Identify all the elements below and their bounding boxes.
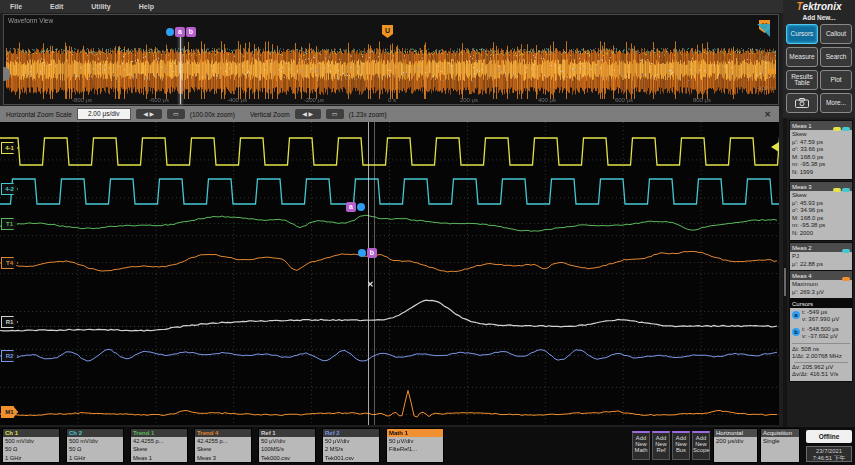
cursor-b-time: t: -548.500 μs <box>802 326 839 333</box>
delta-line: 1/Δt: 2.00768 MHz <box>792 353 850 361</box>
trend1-badge[interactable]: Trend 1 42.4255 p... Skew Meas 1 <box>130 428 188 463</box>
cursor-b-line[interactable] <box>374 122 375 425</box>
h-zoom-arrows-button[interactable]: ◀ ▶ <box>136 109 162 119</box>
cursor-b-chip[interactable]: b <box>186 27 196 37</box>
axis-tick-label: -200 μs <box>304 97 324 103</box>
axis-tick-label: -800 μs <box>72 97 92 103</box>
badge-line: 42.4255 p... <box>195 437 251 445</box>
delta-line: Δv: 205.962 μV <box>792 364 850 372</box>
search-button[interactable]: Search <box>820 47 852 67</box>
badge-line: 500 mV/div <box>67 437 123 445</box>
ch2-badge[interactable]: Ch 2 500 mV/div 50 Ω 1 GHz <box>66 428 124 463</box>
add-new-scope-button[interactable]: Add New Scope <box>692 431 710 460</box>
overview-title: Waveform View <box>8 17 53 24</box>
trigger-level-arrow-icon[interactable] <box>771 142 779 152</box>
plot-button[interactable]: Plot <box>820 70 852 90</box>
cursor-a-line[interactable] <box>368 122 369 425</box>
axis-tick-label: -400 μs <box>227 97 247 103</box>
badge-line: 50 μV/div <box>387 437 443 445</box>
main-cursor-a-chips[interactable]: a <box>346 202 365 212</box>
badge-line: 50 Ω <box>67 445 123 453</box>
main-cursor-b-chips[interactable]: b <box>358 248 377 258</box>
acquisition-badge[interactable]: Acquisition Single <box>760 428 800 463</box>
delta-line: Δv/Δt: 416.51 V/s <box>792 371 850 379</box>
results-scrollbar[interactable] <box>783 118 787 427</box>
v-zoom-reset-button[interactable]: ▭ <box>326 109 344 119</box>
meas-line: N: 1999 <box>792 169 850 177</box>
trend1-badge-title: Trend 1 <box>131 429 187 437</box>
cursors-badge[interactable]: Cursors a t: -549 μs v: 367.990 μV b t: … <box>789 298 853 382</box>
meas3-badge[interactable]: Meas 3 Skew μ': 45.93 ps σ': 34.96 ps M:… <box>789 181 853 241</box>
meas1-title: Meas 1 <box>792 123 812 129</box>
cursor-a-chip[interactable]: a <box>346 202 356 212</box>
cursor-a-dot-icon[interactable] <box>357 203 365 211</box>
meas-line: M: 168.0 ps <box>792 215 850 223</box>
zoom-close-icon[interactable]: ✕ <box>764 110 771 119</box>
v-zoom-label: Vertical Zoom <box>250 111 290 118</box>
menu-help[interactable]: Help <box>139 3 154 10</box>
settings-bar: Ch 1 500 mV/div 50 Ω 1 GHz Ch 2 500 mV/d… <box>0 427 855 465</box>
scrollbar-thumb[interactable] <box>784 268 786 296</box>
ch1-badge[interactable]: Ch 1 500 mV/div 50 Ω 1 GHz <box>2 428 60 463</box>
main-waveform-view[interactable]: 4-1 4-2 T1 T4 R1 R2 M1 a b ✕ <box>0 122 779 425</box>
callout-button[interactable]: Callout <box>820 24 852 44</box>
add-new-button-grid: Cursors Callout Measure Search Results T… <box>786 24 852 113</box>
ref2-badge[interactable]: Ref 2 50 μV/div 2 MS/s Tek001.csv <box>322 428 380 463</box>
menu-utility[interactable]: Utility <box>91 3 110 10</box>
cursors-title: Cursors <box>792 301 813 307</box>
results-table-button[interactable]: Results Table <box>786 70 818 90</box>
trend4-badge-title: Trend 4 <box>195 429 251 437</box>
cursor-b-value: v: -37.692 μV <box>802 333 839 340</box>
h-zoom-reset-button[interactable]: ▭ <box>167 109 185 119</box>
measure-button[interactable]: Measure <box>786 47 818 67</box>
trend4-badge[interactable]: Trend 4 42.4255 p... Skew Meas 3 <box>194 428 252 463</box>
screen-capture-button[interactable] <box>786 93 818 113</box>
zoom-filter-icon[interactable] <box>757 24 770 37</box>
cursor-a-readout: a t: -549 μs v: 367.990 μV <box>790 308 852 325</box>
main-waveform-canvas[interactable] <box>0 122 779 425</box>
add-new-bus-button[interactable]: Add New Bus <box>672 431 690 460</box>
cursor-a-chip[interactable]: a <box>175 27 185 37</box>
ref1-badge[interactable]: Ref 1 50 μV/div 100MS/s Tek000.csv <box>258 428 316 463</box>
delta-line: Δt: 508 ns <box>792 346 850 354</box>
overview-cursor-chips[interactable]: a b <box>166 27 196 37</box>
add-new-ref-button[interactable]: Add New Ref <box>652 431 670 460</box>
ref2-badge-title: Ref 2 <box>323 429 379 437</box>
h-zoom-scale-label: Horizontal Zoom Scale <box>6 111 72 118</box>
meas4-badge[interactable]: Meas 4 Maximum μ': 269.3 μV <box>789 270 853 299</box>
badge-line: 500 mV/div <box>3 437 59 445</box>
meas-line: μ': 269.3 μV <box>792 289 850 297</box>
math1-badge-title: Math 1 <box>387 429 443 437</box>
meas-line: σ': 34.96 ps <box>792 207 850 215</box>
cursor-b-chip[interactable]: b <box>367 248 377 258</box>
badge-line: 50 Ω <box>3 445 59 453</box>
menu-file[interactable]: File <box>10 3 22 10</box>
horizontal-badge[interactable]: Horizontal 200 μs/div <box>713 428 758 463</box>
cursor-a-dot-icon[interactable] <box>166 28 174 36</box>
cursors-button[interactable]: Cursors <box>786 24 818 44</box>
zoom-toolbar: Horizontal Zoom Scale 2.00 μs/div ◀ ▶ ▭ … <box>0 106 779 122</box>
more-button[interactable]: More... <box>820 93 852 113</box>
menu-edit[interactable]: Edit <box>50 3 63 10</box>
meas3-title: Meas 3 <box>792 184 812 190</box>
source-chip-ch1 <box>833 127 841 131</box>
overview-cursor-line[interactable] <box>180 29 181 104</box>
h-zoom-scale-input[interactable]: 2.00 μs/div <box>77 108 131 120</box>
badge-line: 50 μV/div <box>259 437 315 445</box>
menu-bar: File Edit Utility Help <box>0 0 783 13</box>
meas1-badge[interactable]: Meas 1 Skew μ': 47.59 ps σ': 33.66 ps M:… <box>789 120 853 180</box>
axis-tick-label: 0 s <box>388 97 396 103</box>
right-panel: Tektronix Add New... Cursors Callout Mea… <box>783 0 855 427</box>
math1-badge[interactable]: Math 1 50 μV/div FilteRef1... <box>386 428 444 463</box>
tekscope-app: File Edit Utility Help Waveform View a b… <box>0 0 855 465</box>
v-zoom-arrows-button[interactable]: ◀ ▶ <box>295 109 321 119</box>
add-new-math-button[interactable]: Add New Math <box>632 431 650 460</box>
cursor-a-time: t: -549 μs <box>802 309 839 316</box>
badge-line: 1 GHz <box>67 454 123 462</box>
offline-button[interactable]: Offline <box>806 430 852 443</box>
logo-rest: ektronix <box>803 1 842 12</box>
cursor-cross-marker[interactable]: ✕ <box>367 280 374 289</box>
waveform-overview-panel[interactable]: Waveform View a b U U -800 μs -600 μs -4… <box>3 14 779 105</box>
meas-line: σ': 33.66 ps <box>792 146 850 154</box>
cursor-b-dot-icon[interactable] <box>358 249 366 257</box>
